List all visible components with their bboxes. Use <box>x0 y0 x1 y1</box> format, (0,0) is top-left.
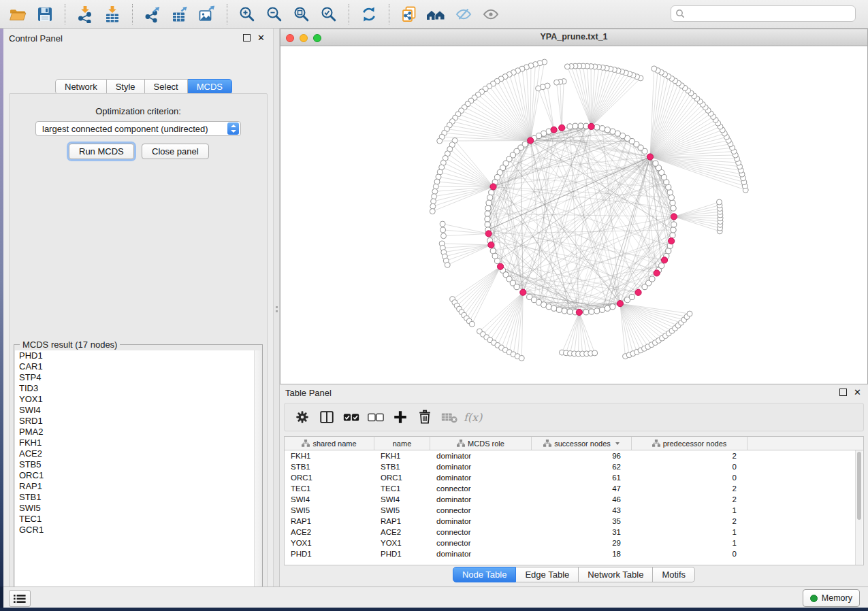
mcds-node-item[interactable]: PMA2 <box>15 427 255 437</box>
mcds-node-item[interactable]: SWI4 <box>15 405 255 416</box>
column-header-MCDS-role[interactable]: MCDS role <box>430 437 532 450</box>
duplicate-network-icon[interactable] <box>397 3 421 25</box>
mcds-hub-node[interactable] <box>520 289 526 295</box>
mcds-node-item[interactable]: ORC1 <box>15 470 255 481</box>
delete-column-icon[interactable] <box>413 406 437 429</box>
zoom-fit-icon[interactable] <box>289 3 314 25</box>
column-header-predecessor-nodes[interactable]: predecessor nodes <box>632 437 748 450</box>
mcds-hub-node[interactable] <box>654 270 660 276</box>
mcds-node-item[interactable]: SRD1 <box>15 416 255 427</box>
import-network-icon[interactable] <box>73 3 97 25</box>
float-panel-icon[interactable] <box>839 389 847 396</box>
search-input[interactable] <box>688 8 851 19</box>
table-scrollbar[interactable] <box>855 450 863 565</box>
tab-edge-table[interactable]: Edge Table <box>516 567 579 582</box>
mcds-hub-node[interactable] <box>497 263 503 269</box>
mcds-list-scrollbar[interactable] <box>254 350 261 592</box>
mcds-hub-node[interactable] <box>490 184 496 190</box>
select-all-icon[interactable] <box>339 406 364 429</box>
mcds-node-item[interactable]: SWI5 <box>15 503 255 514</box>
mcds-hub-node[interactable] <box>588 123 594 129</box>
refresh-icon[interactable] <box>357 3 381 25</box>
export-image-icon[interactable] <box>195 3 219 25</box>
table-row[interactable]: SWI4SWI4dominator462 <box>285 494 863 505</box>
open-folder-icon[interactable] <box>5 3 30 25</box>
tab-mcds[interactable]: MCDS <box>188 79 232 95</box>
mcds-node-item[interactable]: STP4 <box>15 372 255 383</box>
panel-splitter[interactable] <box>273 29 280 587</box>
table-row[interactable]: FKH1FKH1dominator962 <box>285 450 863 461</box>
close-panel-button[interactable]: Close panel <box>142 144 209 159</box>
close-panel-icon[interactable]: ✕ <box>257 35 265 41</box>
mcds-node-item[interactable]: ACE2 <box>15 448 255 459</box>
add-column-icon[interactable] <box>388 406 413 429</box>
column-header-successor-nodes[interactable]: successor nodes <box>532 437 632 450</box>
table-row[interactable]: STB1STB1dominator620 <box>285 461 863 472</box>
mcds-hub-node[interactable] <box>669 238 675 244</box>
mcds-hub-node[interactable] <box>528 137 534 144</box>
mcds-hub-node[interactable] <box>635 289 641 295</box>
column-view-icon[interactable] <box>315 406 339 429</box>
network-canvas[interactable] <box>280 46 867 384</box>
mcds-hub-node[interactable] <box>671 214 677 220</box>
zoom-in-icon[interactable] <box>235 3 259 25</box>
mcds-hub-node[interactable] <box>647 154 653 160</box>
hide-details-icon[interactable] <box>451 3 476 25</box>
show-details-icon[interactable] <box>479 3 503 25</box>
tab-network-table[interactable]: Network Table <box>579 567 653 582</box>
mcds-node-item[interactable]: CAR1 <box>15 361 255 372</box>
first-neighbors-icon[interactable] <box>424 3 449 25</box>
memory-button[interactable]: Memory <box>803 589 860 607</box>
import-table-icon[interactable] <box>100 3 125 25</box>
tab-select[interactable]: Select <box>145 79 188 95</box>
mcds-hub-node[interactable] <box>488 242 494 248</box>
criterion-dropdown[interactable]: largest connected component (undirected) <box>35 121 241 136</box>
table-row[interactable]: PHD1PHD1dominator180 <box>285 548 863 559</box>
network-window-titlebar[interactable]: YPA_prune.txt_1 <box>280 29 867 46</box>
column-header-name[interactable]: name <box>374 437 430 450</box>
tab-style[interactable]: Style <box>107 79 145 95</box>
search-field[interactable] <box>671 5 856 22</box>
mcds-node-item[interactable]: STB1 <box>15 492 255 503</box>
zoom-selected-icon[interactable] <box>317 3 341 25</box>
mcds-node-item[interactable]: PHD1 <box>15 350 255 361</box>
table-row[interactable]: ACE2ACE2connector311 <box>285 527 863 538</box>
tab-node-table[interactable]: Node Table <box>453 567 517 582</box>
table-row[interactable]: YOX1YOX1connector291 <box>285 538 863 548</box>
task-history-button[interactable] <box>9 590 31 607</box>
run-mcds-button[interactable]: Run MCDS <box>69 144 134 159</box>
mcds-node-item[interactable]: TEC1 <box>15 514 255 525</box>
tab-network[interactable]: Network <box>55 79 107 95</box>
export-table-icon[interactable] <box>167 3 192 25</box>
mcds-node-item[interactable]: FKH1 <box>15 437 255 448</box>
table-row[interactable]: RAP1RAP1dominator352 <box>285 516 863 527</box>
float-panel-icon[interactable] <box>243 34 251 42</box>
network-graph[interactable] <box>280 46 867 384</box>
mcds-result-list[interactable]: PHD1CAR1STP4TID3YOX1SWI4SRD1PMA2FKH1ACE2… <box>15 350 255 592</box>
tab-motifs[interactable]: Motifs <box>653 567 695 582</box>
column-header-shared-name[interactable]: shared name <box>285 437 374 450</box>
table-row[interactable]: SWI5SWI5connector431 <box>285 505 863 516</box>
mcds-node-item[interactable]: RAP1 <box>15 481 255 492</box>
mcds-hub-node[interactable] <box>576 309 582 315</box>
mcds-node-item[interactable]: STB5 <box>15 459 255 470</box>
table-row[interactable]: TEC1TEC1connector472 <box>285 483 863 494</box>
close-panel-icon[interactable]: ✕ <box>854 389 861 395</box>
export-network-icon[interactable] <box>140 3 165 25</box>
table-row[interactable]: ORC1ORC1dominator610 <box>285 472 863 483</box>
mcds-hub-node[interactable] <box>661 257 667 263</box>
gear-icon[interactable] <box>290 406 315 429</box>
mcds-hub-node[interactable] <box>485 231 492 237</box>
sort-caret-icon[interactable] <box>615 442 620 445</box>
node-table[interactable]: shared namenameMCDS rolesuccessor nodesp… <box>284 436 864 565</box>
zoom-out-icon[interactable] <box>262 3 287 25</box>
mcds-node-item[interactable]: TID3 <box>15 383 255 394</box>
mcds-node-item[interactable]: YOX1 <box>15 394 255 405</box>
mcds-hub-node[interactable] <box>559 125 565 131</box>
table-scrollbar-thumb[interactable] <box>857 452 861 520</box>
mcds-node-item[interactable]: GCR1 <box>15 525 255 535</box>
save-icon[interactable] <box>33 3 57 25</box>
unselect-all-icon[interactable] <box>364 406 388 429</box>
mcds-hub-node[interactable] <box>617 301 623 307</box>
mcds-hub-node[interactable] <box>551 127 557 133</box>
